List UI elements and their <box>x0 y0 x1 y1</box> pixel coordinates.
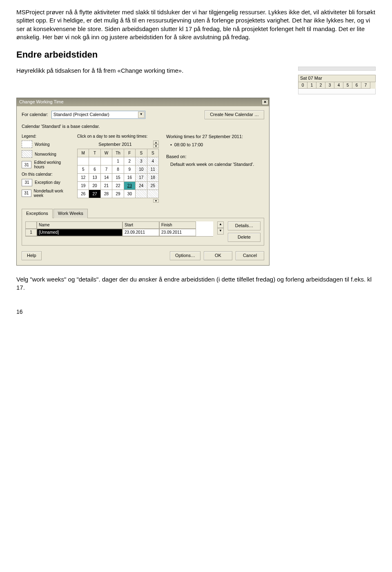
dow-header: T <box>89 149 100 157</box>
cal-day[interactable]: 29 <box>112 190 124 198</box>
cal-day[interactable]: 14 <box>100 174 112 182</box>
cal-day[interactable]: 16 <box>124 174 135 182</box>
closing-paragraph: Velg "work weeks" og "details". dager de… <box>16 275 376 292</box>
click-hint: Click on a day to see its working times: <box>77 134 159 139</box>
chevron-down-icon[interactable]: ▼ <box>217 228 224 235</box>
month-spinner[interactable]: ▲ ▼ <box>153 141 159 148</box>
section-heading: Endre arbeidstiden <box>16 49 376 61</box>
close-icon[interactable]: ✕ <box>262 99 268 105</box>
cal-day[interactable]: 15 <box>112 174 124 182</box>
cal-day[interactable]: 9 <box>124 165 135 174</box>
create-new-calendar-button[interactable]: Create New Calendar … <box>205 110 264 119</box>
cal-day[interactable]: 1 <box>112 157 124 165</box>
timeline-hour: 6 <box>352 82 361 89</box>
cancel-button[interactable]: Cancel <box>236 251 264 260</box>
cal-day[interactable]: 25 <box>147 182 158 190</box>
cal-day[interactable]: 24 <box>136 182 147 190</box>
tab-work-weeks[interactable]: Work Weeks <box>53 209 88 218</box>
chevron-down-icon: ▼ <box>138 112 145 118</box>
cal-day[interactable] <box>147 190 158 198</box>
cal-day[interactable]: 8 <box>112 165 124 174</box>
timeline-day-label: Sat 07 Mar <box>298 75 376 82</box>
chevron-down-icon[interactable]: ▼ <box>153 199 159 203</box>
cal-day[interactable]: 26 <box>78 190 89 198</box>
cal-day-selected[interactable]: 23 <box>124 182 135 190</box>
cal-day[interactable]: 22 <box>112 182 124 190</box>
cal-day[interactable]: 21 <box>100 182 112 190</box>
cal-day[interactable]: 17 <box>136 174 147 182</box>
dialog-title: Change Working Time <box>19 99 64 105</box>
based-on-value: Default work week on calendar 'Standard'… <box>170 161 264 168</box>
timeline-hour: 1 <box>307 82 316 89</box>
delete-button[interactable]: Delete <box>228 233 261 242</box>
instruction-text: Høyreklikk på tidsaksen for å få frem «C… <box>16 67 290 75</box>
timeline-hour: 2 <box>316 82 325 89</box>
legend-working: Working <box>35 142 50 147</box>
cal-day[interactable] <box>100 157 112 165</box>
cal-day[interactable]: 18 <box>147 174 158 182</box>
cal-day[interactable]: 2 <box>124 157 135 165</box>
cal-day[interactable]: 19 <box>78 182 89 190</box>
cal-day[interactable]: 12 <box>78 174 89 182</box>
calendar-month: September 2011 <box>77 141 153 147</box>
cal-day-highlight[interactable]: 27 <box>89 190 100 198</box>
dow-header: Th <box>112 149 124 157</box>
cal-day[interactable]: 10 <box>136 165 147 174</box>
legend-nondefault: Nondefault work week <box>34 189 70 198</box>
cal-day[interactable]: 30 <box>124 190 135 198</box>
dow-header: M <box>78 149 89 157</box>
dow-header: S <box>136 149 147 157</box>
cell-finish[interactable]: 23.09.2011 <box>159 229 196 236</box>
cell-start[interactable]: 23.09.2011 <box>122 229 159 236</box>
intro-paragraph: MSProject prøver nå å flytte aktiviteter… <box>16 8 376 41</box>
legend-edited: Edited working hours <box>34 160 70 169</box>
timeline-snippet: Sat 07 Mar 0 1 2 3 4 5 6 7 <box>298 67 376 94</box>
legend-nondefault-icon: 31 <box>22 190 31 197</box>
cal-day[interactable]: 6 <box>89 165 100 174</box>
options-button[interactable]: Options… <box>170 251 200 260</box>
legend-edited-icon: 31 <box>22 161 31 168</box>
cal-day[interactable]: 20 <box>89 182 100 190</box>
calendar-select-value: Standard (Project Calendar) <box>53 112 109 118</box>
timeline-hour: 0 <box>298 82 307 89</box>
timeline-hour: 7 <box>361 82 370 89</box>
calendar-grid[interactable]: M T W Th F S S 1 2 3 <box>77 149 159 198</box>
grid-corner <box>25 221 37 229</box>
cal-day[interactable]: 11 <box>147 165 158 174</box>
dow-header: S <box>147 149 158 157</box>
cal-day[interactable]: 13 <box>89 174 100 182</box>
exceptions-grid[interactable]: Name Start Finish 1 [Unnamed] 23.09.2011… <box>25 221 213 237</box>
chevron-up-icon[interactable]: ▲ <box>217 221 224 228</box>
cell-name[interactable]: [Unnamed] <box>37 229 122 236</box>
legend-exception: Exception day <box>35 180 60 185</box>
working-times-title: Working times for 27 September 2011: <box>166 134 264 140</box>
legend-nonworking-icon <box>22 150 32 158</box>
calendar-scroll[interactable]: ▼ <box>153 199 159 203</box>
cal-day[interactable]: 28 <box>100 190 112 198</box>
timeline-hour: 3 <box>325 82 334 89</box>
timeline-hour: 5 <box>343 82 352 89</box>
chevron-down-icon[interactable]: ▼ <box>153 144 159 148</box>
cal-day[interactable]: 7 <box>100 165 112 174</box>
legend-on-this: On this calendar: <box>22 172 70 177</box>
cal-day[interactable]: 3 <box>136 157 147 165</box>
legend-nonworking: Nonworking <box>35 152 56 156</box>
cal-day[interactable] <box>78 157 89 165</box>
grid-scrollbar[interactable]: ▲ ▼ <box>217 221 224 235</box>
calendar-select[interactable]: Standard (Project Calendar) ▼ <box>51 111 145 119</box>
cal-day[interactable]: 5 <box>78 165 89 174</box>
chevron-up-icon[interactable]: ▲ <box>153 141 159 144</box>
cal-day[interactable] <box>136 190 147 198</box>
tab-exceptions[interactable]: Exceptions <box>22 209 53 218</box>
page-number: 16 <box>16 308 376 316</box>
col-start: Start <box>122 221 159 229</box>
cal-day[interactable]: 4 <box>147 157 158 165</box>
help-button[interactable]: Help <box>22 251 42 260</box>
working-time-item: 08:00 to 17:00 <box>170 142 264 148</box>
change-working-time-dialog: Change Working Time ✕ For calendar: Stan… <box>16 98 270 266</box>
legend-working-icon <box>22 141 32 148</box>
details-button[interactable]: Details… <box>228 221 261 230</box>
legend-exception-icon: 31 <box>22 179 32 186</box>
ok-button[interactable]: OK <box>204 251 232 260</box>
cal-day[interactable] <box>89 157 100 165</box>
